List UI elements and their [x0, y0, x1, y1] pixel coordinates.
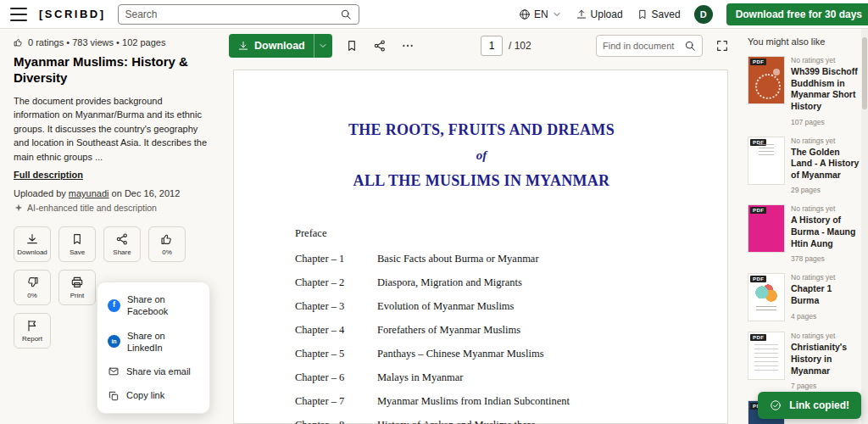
download-options-caret[interactable]	[314, 34, 332, 58]
chapter-title: Forefathers of Myanmar Muslims	[377, 324, 520, 337]
language-selector[interactable]: EN	[519, 8, 562, 20]
copy-icon	[108, 390, 120, 402]
doc-thumbnail[interactable]: PDF	[748, 56, 785, 104]
upload-date: on Dec 16, 2012	[112, 188, 181, 198]
related-rating: No ratings yet	[791, 273, 860, 282]
download-free-cta[interactable]: Download free for 30 days	[726, 3, 868, 25]
thumbs-up-icon	[160, 232, 174, 246]
menu-icon[interactable]	[10, 8, 27, 21]
more-options-button[interactable]	[399, 37, 416, 54]
saved-label: Saved	[652, 8, 681, 20]
viewer-toolbar: Download / 102	[222, 29, 739, 63]
pdf-badge: PDF	[750, 334, 766, 341]
related-doc-card[interactable]: PDF No ratings yet Chapter 1 Burma 4 pag…	[748, 273, 860, 321]
related-title[interactable]: Wh399 Bischoff Buddhism in Myanmar Short…	[791, 66, 860, 113]
pdf-badge: PDF	[750, 207, 766, 214]
find-input[interactable]	[603, 41, 680, 51]
doc-thumbnail[interactable]: PDF	[748, 204, 785, 253]
copy-link-item[interactable]: Copy link	[97, 383, 209, 407]
share-icon	[115, 232, 129, 246]
print-button[interactable]: Print	[58, 270, 96, 305]
scribd-logo[interactable]: [SCRIBD]	[39, 8, 106, 20]
download-main[interactable]: Download	[229, 34, 314, 58]
bookmark-button[interactable]	[343, 37, 360, 54]
main-layout: 0 ratings • 783 views • 102 pages Myanma…	[0, 29, 868, 424]
language-label: EN	[534, 8, 548, 20]
page-canvas: THE ROOTS, FRUITS AND DREAMS of ALL THE …	[222, 63, 739, 424]
share-email-item[interactable]: Share via email	[97, 360, 209, 383]
toc-row: Chapter – 6 Malays in Myanmar	[295, 371, 668, 384]
global-search[interactable]	[118, 4, 359, 25]
doc-thumbnail[interactable]: PDF	[748, 137, 785, 185]
related-title[interactable]: Chapter 1 Burma	[791, 283, 860, 306]
search-icon[interactable]	[684, 40, 696, 52]
printer-icon	[70, 276, 84, 289]
uploader-link[interactable]: mayunadi	[69, 188, 109, 198]
search-icon[interactable]	[340, 8, 352, 20]
link-copied-toast: Link copied!	[758, 392, 861, 419]
toc-row: Chapter – 1 Basic Facts about Burma or M…	[295, 253, 668, 265]
copy-link-label: Copy link	[126, 389, 164, 401]
scrollbar[interactable]	[861, 29, 868, 424]
find-in-document[interactable]	[596, 35, 703, 57]
doc-thumbnail[interactable]: PDF	[748, 273, 785, 321]
stats-text: 0 ratings • 783 views • 102 pages	[28, 37, 165, 47]
upvote-button[interactable]: 0%	[148, 226, 186, 262]
related-doc-card[interactable]: PDF No ratings yet Christianity's Histor…	[748, 332, 860, 390]
share-menu: f Share on Facebook in Share on LinkedIn…	[97, 282, 210, 414]
related-title[interactable]: The Golden Land - A History of Myanmar	[791, 147, 860, 181]
table-of-contents: Chapter – 1 Basic Facts about Burma or M…	[295, 253, 668, 424]
toc-row: Chapter – 5 Panthays – Chinese Myanmar M…	[295, 348, 668, 360]
download-icon	[237, 40, 249, 52]
full-description-link[interactable]: Full description	[14, 170, 83, 180]
thumbs-down-icon	[25, 276, 39, 289]
doc-description: The document provides background informa…	[14, 94, 209, 165]
page-total: / 102	[509, 40, 531, 52]
chapter-number: Chapter – 4	[295, 324, 377, 337]
downvote-button[interactable]: 0%	[14, 270, 51, 305]
chapter-title: Evolution of Myanmar Muslims	[377, 300, 514, 313]
related-pages: 107 pages	[791, 118, 860, 126]
related-doc-card[interactable]: PDF No ratings yet A History of Burma - …	[748, 204, 860, 263]
upload-icon	[576, 8, 587, 20]
share-action-button[interactable]: Share	[103, 226, 141, 262]
toc-row: Chapter – 8 History of Arakan and Muslim…	[295, 419, 668, 424]
saved-button[interactable]: Saved	[637, 8, 681, 20]
save-action-button[interactable]: Save	[58, 226, 96, 262]
fullscreen-button[interactable]	[714, 37, 731, 54]
related-doc-card[interactable]: PDF No ratings yet The Golden Land - A H…	[748, 137, 860, 195]
download-action-button[interactable]: Download	[14, 226, 51, 262]
preface-label: Preface	[295, 227, 668, 240]
doc-title: Myanmar Muslims: History & Diversity	[14, 54, 209, 86]
related-heading: You might also like	[748, 36, 860, 47]
chapter-number: Chapter – 3	[295, 300, 377, 313]
chapter-number: Chapter – 5	[295, 348, 377, 360]
scrollbar-thumb[interactable]	[862, 37, 867, 109]
related-title[interactable]: Christianity's History in Myanmar	[791, 342, 860, 377]
share-facebook-item[interactable]: f Share on Facebook	[97, 287, 209, 324]
page-number-input[interactable]	[481, 36, 503, 56]
share-email-label: Share via email	[126, 365, 191, 377]
share-linkedin-item[interactable]: in Share on LinkedIn	[97, 324, 209, 360]
share-linkedin-label: Share on LinkedIn	[127, 330, 199, 354]
share-button[interactable]	[371, 37, 388, 54]
pdf-badge: PDF	[750, 59, 766, 65]
header-right-group: EN Upload Saved D Download free for 30 d…	[519, 3, 858, 25]
chevron-down-icon	[552, 9, 562, 20]
related-pages: 4 pages	[791, 312, 860, 321]
related-rating: No ratings yet	[791, 137, 860, 145]
download-label: Download	[254, 40, 305, 52]
facebook-icon: f	[108, 299, 120, 312]
download-split-button[interactable]: Download	[229, 34, 332, 58]
avatar[interactable]: D	[694, 5, 713, 24]
related-doc-card[interactable]: PDF No ratings yet Wh399 Bischoff Buddhi…	[748, 56, 860, 126]
doc-heading-line2: of	[295, 148, 668, 163]
report-button[interactable]: Report	[14, 313, 51, 349]
chapter-title: History of Arakan and Muslims there	[377, 419, 535, 424]
doc-thumbnail[interactable]: PDF	[748, 332, 785, 380]
bookmark-icon	[637, 8, 648, 20]
uploaded-prefix: Uploaded by	[14, 188, 66, 198]
search-input[interactable]	[125, 8, 335, 20]
upload-button[interactable]: Upload	[576, 8, 623, 20]
related-title[interactable]: A History of Burma - Maung Htin Aung	[791, 215, 860, 249]
